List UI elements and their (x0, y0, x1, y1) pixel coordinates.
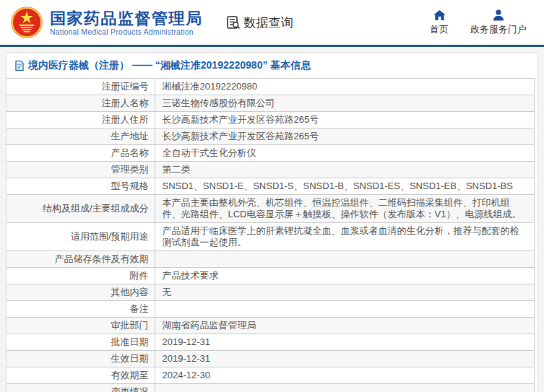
header-nav: 首页 政务服务门户 (430, 9, 534, 36)
row-label: 附件 (7, 268, 155, 284)
row-value: 全自动干式生化分析仪 (155, 145, 535, 162)
table-row: 生效日期 2019-12-31 (7, 351, 535, 367)
row-value: 本产品主要由整机外壳、机芯组件、恒温控温组件、二维码扫描采集组件、打印机组件、光… (155, 195, 535, 223)
row-value: 长沙高新技术产业开发区谷苑路265号 (155, 129, 535, 145)
row-value: 第二类 (155, 162, 535, 178)
detail-panel: 境内医疗器械（注册） —— “湘械注准20192220980” 基本信息 注册证… (6, 52, 538, 392)
row-label: 适用范围/预期用途 (7, 223, 155, 251)
nav-portal-label: 政务服务门户 (470, 23, 527, 36)
national-emblem-icon (10, 6, 43, 39)
table-row: 适用范围/预期用途 产品适用于临床医学上的肝素锂抗凝全血、血浆或者血清的生化分析… (7, 223, 535, 251)
row-label: 备注 (7, 301, 155, 318)
table-row: 其他内容 无 (7, 284, 535, 301)
table-row: 附件 产品技术要求 (7, 268, 535, 284)
site-subtitle: National Medical Products Administration (50, 27, 203, 36)
site-title: 国家药品监督管理局 (50, 9, 203, 27)
person-icon (493, 9, 504, 21)
table-row: 生产地址 长沙高新技术产业开发区谷苑路265号 (7, 129, 535, 145)
row-label: 注册人名称 (7, 95, 155, 112)
table-row: 管理类别 第二类 (7, 162, 535, 178)
row-label: 管理类别 (7, 162, 155, 178)
row-value: 产品技术要求 (155, 268, 535, 284)
row-value: 长沙高新技术产业开发区谷苑路265号 (155, 112, 535, 129)
data-query-label: 数据查询 (244, 14, 293, 31)
table-row: 注册人住所 长沙高新技术产业开发区谷苑路265号 (7, 112, 535, 129)
row-value: 2019-12-31 (155, 351, 535, 367)
nav-home[interactable]: 首页 (430, 9, 449, 36)
home-icon (433, 9, 446, 21)
brand-text: 国家药品监督管理局 National Medical Products Admi… (50, 9, 203, 36)
row-label: 型号规格 (7, 178, 155, 195)
row-label: 批准日期 (7, 334, 155, 351)
row-label: 注册人住所 (7, 112, 155, 129)
data-query-button[interactable]: 数据查询 (226, 14, 293, 31)
row-label: 生效日期 (7, 351, 155, 367)
nav-home-label: 首页 (430, 23, 449, 36)
row-label: 有效期至 (7, 367, 155, 384)
table-row: 有效期至 2024-12-30 (7, 367, 535, 384)
table-row: 注册证编号 湘械注准20192220980 (7, 79, 535, 95)
site-header: 国家药品监督管理局 National Medical Products Admi… (0, 0, 544, 45)
site-logo[interactable]: 国家药品监督管理局 National Medical Products Admi… (10, 6, 203, 39)
row-value: 三诺生物传感股份有限公司 (155, 95, 535, 112)
registration-info-table: 注册证编号 湘械注准20192220980 注册人名称 三诺生物传感股份有限公司… (7, 78, 535, 392)
table-row: 审批部门 湖南省药品监督管理局 (7, 318, 535, 334)
table-row: 变更情况 (7, 384, 535, 392)
document-search-icon (226, 15, 241, 30)
row-value: SNSD1、SNSD1-E、SNSD1-S、SNSD1-B、SNSD1-ES、S… (155, 178, 535, 195)
row-label: 审批部门 (7, 318, 155, 334)
row-label: 结构及组成/主要组成成分 (7, 195, 155, 223)
table-row: 型号规格 SNSD1、SNSD1-E、SNSD1-S、SNSD1-B、SNSD1… (7, 178, 535, 195)
page-background: 境内医疗器械（注册） —— “湘械注准20192220980” 基本信息 注册证… (0, 47, 544, 392)
row-label: 产品名称 (7, 145, 155, 162)
document-icon (15, 61, 24, 71)
row-label: 产品储存条件及有效期 (7, 251, 155, 268)
row-value: 湘械注准20192220980 (155, 79, 535, 95)
panel-title-bar: 境内医疗器械（注册） —— “湘械注准20192220980” 基本信息 (7, 53, 535, 78)
table-row: 产品储存条件及有效期 (7, 251, 535, 268)
table-row: 产品名称 全自动干式生化分析仪 (7, 145, 535, 162)
row-value: 湖南省药品监督管理局 (155, 318, 535, 334)
nav-portal[interactable]: 政务服务门户 (470, 9, 527, 36)
table-row: 备注 (7, 301, 535, 318)
row-value (155, 384, 535, 392)
page-title: 境内医疗器械（注册） —— “湘械注准20192220980” 基本信息 (28, 59, 311, 72)
row-value (155, 301, 535, 318)
row-label: 其他内容 (7, 284, 155, 301)
row-value: 无 (155, 284, 535, 301)
table-row: 结构及组成/主要组成成分 本产品主要由整机外壳、机芯组件、恒温控温组件、二维码扫… (7, 195, 535, 223)
table-row: 注册人名称 三诺生物传感股份有限公司 (7, 95, 535, 112)
row-label: 生产地址 (7, 129, 155, 145)
row-label: 变更情况 (7, 384, 155, 392)
row-value: 2024-12-30 (155, 367, 535, 384)
row-value: 产品适用于临床医学上的肝素锂抗凝全血、血浆或者血清的生化分析，推荐与配套的检测试… (155, 223, 535, 251)
table-row: 批准日期 2019-12-31 (7, 334, 535, 351)
row-value (155, 251, 535, 268)
row-value: 2019-12-31 (155, 334, 535, 351)
row-label: 注册证编号 (7, 79, 155, 95)
